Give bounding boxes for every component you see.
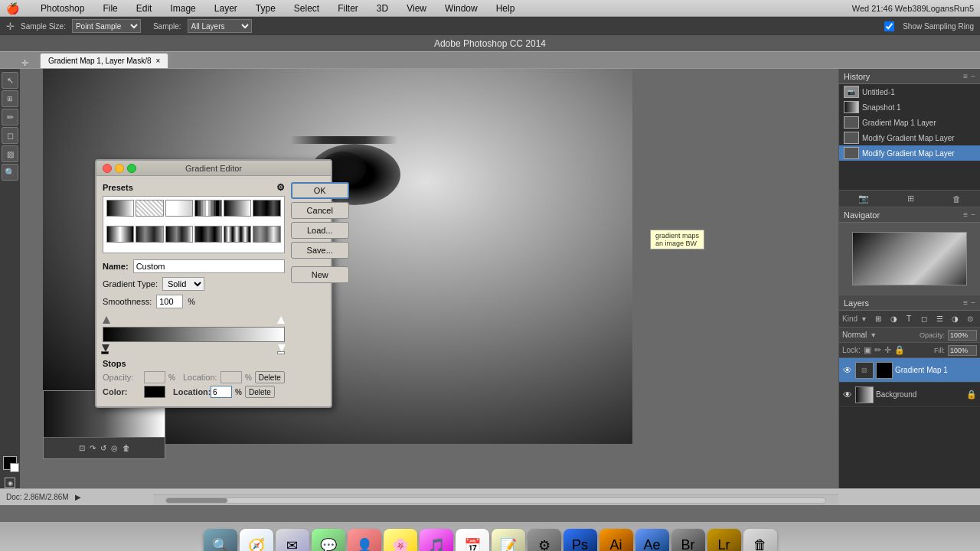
preset-stripe2[interactable] — [224, 200, 251, 217]
layers-panel-menu-icon[interactable]: ≡ — [963, 298, 968, 307]
opacity-value-input[interactable] — [144, 371, 165, 383]
save-btn[interactable]: Save... — [291, 242, 349, 259]
layer-0-visibility-btn[interactable]: 👁 — [842, 365, 853, 376]
menu-image[interactable]: Image — [167, 3, 198, 14]
color-swatch[interactable] — [144, 386, 165, 398]
history-new-snapshot-btn[interactable]: 📷 — [858, 194, 869, 204]
preset-black-white[interactable] — [106, 200, 134, 217]
preset-r2-3[interactable] — [165, 226, 193, 243]
sample-size-select[interactable]: Point Sample 3 by 3 Average 5 by 5 Avera… — [72, 19, 141, 33]
navigator-preview[interactable] — [852, 232, 967, 285]
cancel-btn[interactable]: Cancel — [291, 202, 349, 219]
smoothness-input[interactable] — [156, 295, 183, 308]
preset-r2-4[interactable] — [194, 226, 222, 243]
history-delete-btn[interactable]: 🗑 — [952, 194, 961, 204]
presets-gear-icon[interactable]: ⚙ — [276, 182, 285, 193]
dock-trash[interactable]: 🗑 — [743, 529, 777, 552]
dock-notes[interactable]: 📝 — [492, 529, 525, 552]
color-stop-white[interactable] — [278, 344, 286, 354]
doc-arrow-btn[interactable]: ▶ — [75, 493, 81, 501]
menu-type[interactable]: Type — [253, 3, 279, 14]
h-scrollbar[interactable] — [153, 494, 838, 505]
mini-tool-5[interactable]: 🗑 — [122, 444, 130, 452]
dock-settings[interactable]: ⚙ — [528, 529, 561, 552]
preset-r2-5[interactable] — [224, 226, 251, 243]
mini-tool-1[interactable]: ⊡ — [79, 444, 85, 452]
preset-r2-2[interactable] — [136, 226, 163, 243]
dock-finder[interactable]: 🔍 — [204, 529, 237, 552]
layer-shape-btn[interactable]: ◻ — [917, 313, 931, 325]
opacity-location-input[interactable] — [220, 371, 242, 383]
history-panel-collapse-icon[interactable]: − — [971, 72, 975, 80]
dialog-close-btn[interactable] — [103, 164, 112, 173]
zoom-tool[interactable]: 🔍 — [2, 164, 18, 181]
menu-edit[interactable]: Edit — [133, 3, 155, 14]
fill-input[interactable] — [948, 345, 977, 356]
lock-paint-btn[interactable]: ✏ — [874, 345, 881, 355]
new-btn[interactable]: New — [291, 266, 349, 283]
selection-tool[interactable]: ↖ — [2, 72, 18, 89]
show-sampling-checkbox[interactable] — [884, 21, 894, 31]
tab-close-btn[interactable]: × — [156, 57, 161, 65]
layer-new-fill-btn[interactable]: ◑ — [887, 313, 900, 325]
menu-view[interactable]: View — [403, 3, 430, 14]
preset-white-trans[interactable] — [165, 200, 193, 217]
menu-select[interactable]: Select — [291, 3, 322, 14]
layer-smart-btn[interactable]: ⊙ — [963, 313, 977, 325]
dock-safari[interactable]: 🧭 — [240, 529, 273, 552]
foreground-color[interactable] — [3, 456, 17, 470]
brush-tool[interactable]: ✏ — [2, 109, 18, 126]
color-delete-btn[interactable]: Delete — [245, 386, 275, 398]
layer-new-group-btn[interactable]: ⊞ — [871, 313, 885, 325]
dock-calendar[interactable]: 📅 — [456, 529, 489, 552]
history-item-1[interactable]: Snapshot 1 — [839, 99, 980, 115]
color-stop-black[interactable] — [102, 344, 109, 354]
gradient-type-select[interactable]: Solid Noise — [162, 277, 204, 291]
gradient-bar[interactable] — [103, 327, 285, 342]
dock-messages[interactable]: 💬 — [312, 529, 345, 552]
dock-ps[interactable]: Ps — [564, 529, 597, 552]
preset-r2-1[interactable] — [106, 226, 134, 243]
lock-all-btn[interactable]: 🔒 — [894, 345, 905, 355]
dock-lr[interactable]: Lr — [707, 529, 741, 552]
preset-stripe3[interactable] — [253, 200, 280, 217]
preset-black-trans[interactable] — [136, 200, 163, 217]
preset-stripe1[interactable] — [194, 200, 222, 217]
history-item-2[interactable]: Gradient Map 1 Layer — [839, 115, 980, 130]
opacity-stop-right[interactable] — [277, 316, 285, 324]
dock-photos[interactable]: 🌸 — [384, 529, 417, 552]
mini-tool-2[interactable]: ↷ — [90, 444, 96, 452]
ok-btn[interactable]: OK — [291, 182, 349, 199]
layer-adjustment-btn[interactable]: ◑ — [948, 313, 962, 325]
menu-3d[interactable]: 3D — [374, 3, 391, 14]
color-location-input[interactable] — [211, 386, 232, 398]
menu-window[interactable]: Window — [442, 3, 481, 14]
name-input[interactable] — [133, 259, 285, 273]
dock-ai[interactable]: Ai — [599, 529, 633, 552]
history-item-0[interactable]: 📷 Untitled-1 — [839, 84, 980, 99]
navigator-panel-collapse-icon[interactable]: − — [971, 210, 975, 219]
blend-mode-select[interactable]: Normal — [842, 331, 867, 339]
opacity-stop-left[interactable] — [103, 316, 110, 324]
dialog-min-btn[interactable] — [115, 164, 124, 173]
layer-1-visibility-btn[interactable]: 👁 — [842, 390, 853, 400]
gradient-midpoint[interactable] — [190, 332, 198, 337]
layers-panel-collapse-icon[interactable]: − — [971, 298, 975, 307]
history-create-from-btn[interactable]: ⊞ — [907, 194, 914, 204]
active-tab[interactable]: Gradient Map 1, Layer Mask/8 × — [40, 53, 168, 68]
apple-logo-icon[interactable]: 🍎 — [6, 2, 19, 15]
lock-position-btn[interactable]: ✛ — [884, 345, 891, 355]
layer-type-btn[interactable]: T — [902, 313, 916, 325]
app-menu-photoshop[interactable]: Photoshop — [38, 3, 87, 14]
h-scrollbar-thumb[interactable] — [166, 498, 227, 503]
opacity-input[interactable] — [948, 330, 977, 341]
blend-mode-dropdown-icon[interactable]: ▼ — [870, 331, 877, 339]
navigator-panel-menu-icon[interactable]: ≡ — [963, 210, 968, 219]
opacity-delete-btn[interactable]: Delete — [255, 371, 285, 383]
dock-ae[interactable]: Ae — [635, 529, 669, 552]
dock-br[interactable]: Br — [671, 529, 705, 552]
preset-r2-6[interactable] — [253, 226, 280, 243]
mini-tool-3[interactable]: ↺ — [100, 444, 106, 452]
eraser-tool[interactable]: ◻ — [2, 127, 18, 144]
layer-row-1[interactable]: 👁 Background 🔒 — [839, 383, 980, 407]
